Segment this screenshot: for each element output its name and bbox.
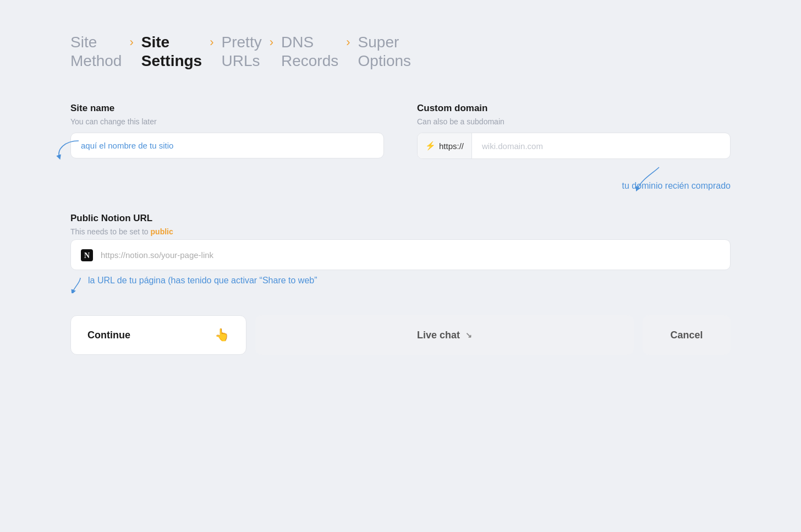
step-pretty-urls-label: PrettyURLs: [222, 33, 262, 70]
continue-icon: 👆: [215, 328, 229, 342]
continue-button[interactable]: Continue 👆: [70, 315, 246, 355]
notion-url-input-wrapper: N la URL de tu página (has tenido que ac…: [70, 239, 731, 293]
custom-domain-field: Custom domain Can also be a subdomain ⚡ …: [417, 103, 731, 191]
step-site-settings[interactable]: SiteSettings: [141, 33, 202, 70]
custom-domain-hint: Can also be a subdomain: [417, 117, 731, 126]
form-grid: Site name You can change this later: [70, 103, 731, 293]
notion-url-hint: This needs to be set to public: [70, 227, 731, 236]
live-chat-button[interactable]: Live chat ↘: [255, 315, 634, 355]
step-site-method-label: SiteMethod: [70, 33, 122, 70]
live-chat-label: Live chat: [417, 330, 460, 341]
cancel-button[interactable]: Cancel: [643, 315, 731, 355]
notion-input-group: N: [70, 239, 731, 270]
stepper: SiteMethod › SiteSettings › PrettyURLs ›…: [70, 33, 731, 70]
domain-prefix: ⚡ https://: [418, 133, 472, 158]
site-name-hint: You can change this later: [70, 117, 384, 126]
page-container: SiteMethod › SiteSettings › PrettyURLs ›…: [70, 33, 731, 355]
domain-annotation-container: tu dominio recién comprado: [417, 181, 731, 191]
notion-url-hint-prefix: This needs to be set to: [70, 227, 151, 236]
step-pretty-urls[interactable]: PrettyURLs: [222, 33, 262, 70]
domain-input[interactable]: [472, 133, 730, 158]
notion-arrow: [70, 277, 84, 293]
https-prefix-text: https://: [439, 141, 464, 151]
notion-url-field: Public Notion URL This needs to be set t…: [70, 213, 731, 293]
button-row: Continue 👆 Live chat ↘ Cancel: [70, 315, 731, 355]
site-name-input[interactable]: [70, 133, 384, 158]
custom-domain-label: Custom domain: [417, 103, 731, 114]
notion-url-label: Public Notion URL: [70, 213, 731, 224]
step-dns-records-label: DNSRecords: [281, 33, 338, 70]
svg-text:N: N: [84, 251, 90, 260]
step-dns-records[interactable]: DNSRecords: [281, 33, 338, 70]
lightning-icon: ⚡: [425, 141, 436, 151]
custom-domain-wrapper: ⚡ https:// tu dominio: [417, 133, 731, 191]
notion-icon: N: [81, 248, 93, 262]
notion-url-input[interactable]: [101, 250, 720, 260]
site-name-label: Site name: [70, 103, 384, 114]
notion-annotation-container: la URL de tu página (has tenido que acti…: [70, 276, 731, 293]
step-arrow-1: ›: [129, 35, 133, 50]
step-super-options-label: SuperOptions: [358, 33, 412, 70]
step-site-method[interactable]: SiteMethod: [70, 33, 122, 70]
domain-annotation-text: tu dominio recién comprado: [417, 181, 731, 191]
notion-url-public-link: public: [151, 227, 173, 236]
continue-label: Continue: [87, 330, 130, 341]
site-name-field: Site name You can change this later: [70, 103, 384, 191]
live-chat-arrow-icon: ↘: [465, 331, 472, 339]
notion-annotation-text: la URL de tu página (has tenido que acti…: [88, 276, 317, 286]
step-site-settings-label: SiteSettings: [141, 33, 202, 70]
step-arrow-3: ›: [270, 35, 273, 50]
site-name-input-wrapper: aquí el nombre de tu sitio: [70, 133, 384, 158]
step-arrow-2: ›: [210, 35, 213, 50]
domain-input-group: ⚡ https://: [417, 133, 731, 159]
cancel-label: Cancel: [670, 330, 703, 341]
step-super-options[interactable]: SuperOptions: [358, 33, 412, 70]
step-arrow-4: ›: [346, 35, 350, 50]
